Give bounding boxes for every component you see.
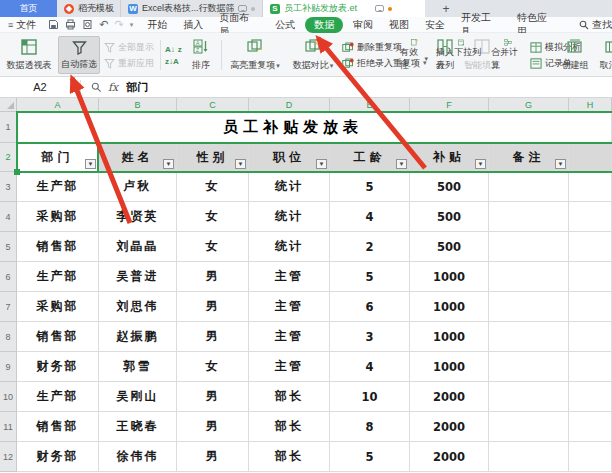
cell-B12[interactable]: 徐伟伟 [99,442,177,472]
fill-handle[interactable] [14,169,20,175]
cell-C10[interactable]: 男 [177,382,249,412]
cell-B11[interactable]: 王晓春 [99,412,177,442]
cell-F7[interactable]: 1000 [410,292,489,322]
cell-G8[interactable] [489,322,569,352]
column-header-D[interactable]: D [249,98,330,112]
cell-D11[interactable]: 部长 [249,412,330,442]
filter-dropdown-button[interactable]: ▼ [475,159,486,169]
menu-item-data[interactable]: 数据 [305,17,343,33]
header-cell-职位[interactable]: 职位▼ [249,143,330,172]
magnifier-icon[interactable] [91,82,102,93]
cell-H1[interactable] [569,112,612,143]
cell-F3[interactable]: 500 [410,172,489,202]
header-cell-部门[interactable]: 部门▼ [17,143,99,172]
pivot-table-button[interactable]: 数据透视表 [4,36,54,74]
cell-B9[interactable]: 郭雪 [99,352,177,382]
cell-H3[interactable] [569,172,612,202]
file-menu-button[interactable]: ≡ 文件 [0,18,42,32]
sort-descending-button[interactable]: z↓A [165,57,182,66]
print-preview-icon[interactable] [82,19,93,30]
cell-F6[interactable]: 1000 [410,262,489,292]
cell-G12[interactable] [489,442,569,472]
save-icon[interactable] [48,19,59,30]
cell-A4[interactable]: 采购部 [17,202,99,232]
cell-G10[interactable] [489,382,569,412]
cell-H7[interactable] [569,292,612,322]
show-all-button[interactable]: 全部显示 [104,41,154,54]
find-button[interactable]: 查找 [579,18,612,32]
menu-item-security[interactable]: 安全 [417,18,453,32]
cell-C3[interactable]: 女 [177,172,249,202]
cell-A5[interactable]: 销售部 [17,232,99,262]
cell-E6[interactable]: 5 [330,262,410,292]
header-cell-备注[interactable]: 备注▼ [489,143,569,172]
menu-item-home[interactable]: 开始 [139,18,175,32]
cell-D8[interactable]: 主管 [249,322,330,352]
consolidate-button[interactable]: 合并计算 [489,36,527,74]
header-cell-性别[interactable]: 性别▼ [177,143,249,172]
cell-F12[interactable]: 2000 [410,442,489,472]
cell-G4[interactable] [489,202,569,232]
cell-D7[interactable]: 主管 [249,292,330,322]
column-header-C[interactable]: C [177,98,249,112]
cell-C8[interactable]: 男 [177,322,249,352]
cell-E11[interactable]: 8 [330,412,410,442]
filter-dropdown-button[interactable]: ▼ [555,159,566,169]
cell-E3[interactable]: 5 [330,172,410,202]
filter-dropdown-button[interactable]: ▼ [163,159,174,169]
menu-item-insert[interactable]: 插入 [175,18,211,32]
cell-F9[interactable]: 1000 [410,352,489,382]
cell-B8[interactable]: 赵振鹏 [99,322,177,352]
table-title-cell[interactable]: 员工补贴发放表 [17,112,569,143]
cell-H11[interactable] [569,412,612,442]
cell-G11[interactable] [489,412,569,442]
cell-H10[interactable] [569,382,612,412]
cell-F10[interactable]: 2000 [410,382,489,412]
validation-button[interactable]: 有效性▾ [398,36,430,74]
sort-ascending-button[interactable]: A↓z [165,45,182,54]
row-header-9[interactable]: 9 [0,352,17,382]
row-header-10[interactable]: 10 [0,382,17,412]
cell-C5[interactable]: 女 [177,232,249,262]
cell-C6[interactable]: 男 [177,262,249,292]
print-icon[interactable] [65,19,76,30]
reapply-button[interactable]: 重新应用 [104,57,154,70]
cell-E7[interactable]: 6 [330,292,410,322]
formula-bar-value[interactable]: 部门 [126,80,148,95]
cell-F4[interactable]: 500 [410,202,489,232]
fx-button[interactable]: fx [108,81,118,94]
cell-B7[interactable]: 刘思伟 [99,292,177,322]
cell-D4[interactable]: 统计 [249,202,330,232]
cell-D9[interactable]: 主管 [249,352,330,382]
cell-C4[interactable]: 女 [177,202,249,232]
filter-dropdown-button[interactable]: ▼ [235,159,246,169]
row-header-6[interactable]: 6 [0,262,17,292]
cell-C9[interactable]: 女 [177,352,249,382]
cell-C12[interactable]: 男 [177,442,249,472]
cell-D3[interactable]: 统计 [249,172,330,202]
cell-F11[interactable]: 2000 [410,412,489,442]
cell-G3[interactable] [489,172,569,202]
cell-B10[interactable]: 吴刚山 [99,382,177,412]
cell-E4[interactable]: 4 [330,202,410,232]
auto-filter-button[interactable]: 自动筛选 [58,36,100,74]
column-header-G[interactable]: G [489,98,569,112]
row-header-4[interactable]: 4 [0,202,17,232]
undo-icon[interactable]: ↶ [99,18,108,31]
cell-C11[interactable]: 男 [177,412,249,442]
insert-dropdown-list-button[interactable]: 插入下拉列表 [434,36,488,74]
cell-E10[interactable]: 10 [330,382,410,412]
cell-H8[interactable] [569,322,612,352]
select-all-corner[interactable] [0,98,17,112]
header-cell-姓名[interactable]: 姓名▼ [99,143,177,172]
row-header-11[interactable]: 11 [0,412,17,442]
cell-G7[interactable] [489,292,569,322]
cell-D5[interactable]: 统计 [249,232,330,262]
column-header-E[interactable]: E [330,98,410,112]
filter-dropdown-button[interactable]: ▼ [85,159,96,169]
cell-H4[interactable] [569,202,612,232]
cell-H9[interactable] [569,352,612,382]
tab-subsidy-sheet[interactable]: S 员工补贴发放表.et [263,0,425,17]
cell-A8[interactable]: 销售部 [17,322,99,352]
cell-E12[interactable]: 5 [330,442,410,472]
